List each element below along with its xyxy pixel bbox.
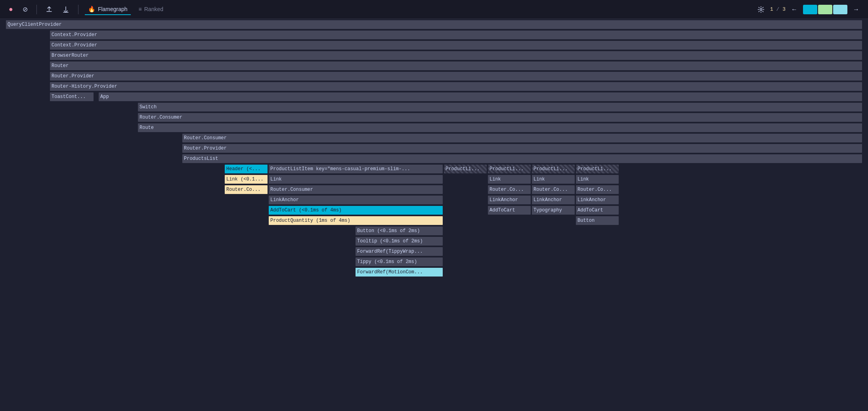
- fg-block-39[interactable]: ProductQuantity (1ms of 4ms): [268, 216, 443, 225]
- fg-block-44[interactable]: Tippy (<0.1ms of 2ms): [355, 257, 443, 267]
- nav-current: 1 / 3: [770, 6, 786, 12]
- fg-block-23[interactable]: Link: [488, 175, 531, 184]
- nav-next-button[interactable]: →: [851, 5, 862, 14]
- fg-block-10[interactable]: Router.Consumer: [138, 113, 862, 122]
- fg-block-30[interactable]: Router.Co...: [575, 185, 619, 194]
- color-chips: [803, 5, 847, 14]
- fg-block-5[interactable]: Router.Provider: [50, 71, 862, 81]
- download-button[interactable]: [60, 4, 72, 15]
- fg-block-37[interactable]: Typography: [532, 206, 575, 215]
- fg-block-17[interactable]: ProductLi...: [444, 164, 487, 174]
- fg-block-3[interactable]: BrowserRouter: [50, 51, 862, 60]
- fg-block-8[interactable]: App: [98, 92, 862, 102]
- fg-block-35[interactable]: AddToCart (<0.1ms of 4ms): [268, 206, 443, 215]
- fg-block-31[interactable]: LinkAnchor: [268, 195, 443, 205]
- fg-block-1[interactable]: Context.Provider: [50, 30, 862, 40]
- fg-block-33[interactable]: LinkAnchor: [532, 195, 575, 205]
- fg-block-45[interactable]: ForwardRef(MotionCom...: [355, 267, 443, 277]
- svg-point-0: [760, 8, 762, 10]
- fg-block-14[interactable]: ProductsList: [182, 154, 862, 163]
- flamegraph-label: Flamegraph: [98, 6, 128, 12]
- fg-block-32[interactable]: LinkAnchor: [488, 195, 531, 205]
- fg-block-40[interactable]: Button: [575, 216, 619, 225]
- fg-block-12[interactable]: Router.Consumer: [182, 133, 862, 143]
- fg-block-38[interactable]: AddToCart: [575, 206, 619, 215]
- stop-button[interactable]: ⊘: [20, 4, 30, 15]
- chip-1: [803, 5, 817, 14]
- fg-block-34[interactable]: LinkAnchor: [575, 195, 619, 205]
- fg-block-9[interactable]: Switch: [138, 102, 862, 112]
- flamegraph-area: QueryClientProviderContext.ProviderConte…: [0, 19, 868, 411]
- fg-block-11[interactable]: Route: [138, 123, 862, 133]
- fg-block-28[interactable]: Router.Co...: [488, 185, 531, 194]
- fg-block-7[interactable]: ToastCont...: [50, 92, 94, 102]
- fg-block-27[interactable]: Router.Consumer: [268, 185, 443, 194]
- fg-block-18[interactable]: ProductLi...: [488, 164, 531, 174]
- fg-block-26[interactable]: Router.Co...: [224, 185, 268, 194]
- fg-block-42[interactable]: Tooltip (<0.1ms of 2ms): [355, 236, 443, 246]
- settings-button[interactable]: [755, 4, 767, 15]
- fg-block-19[interactable]: ProductLi...: [532, 164, 575, 174]
- toolbar: ● ⊘ 🔥 Flamegraph ≡ Ranked 1 / 3: [0, 0, 868, 19]
- fg-block-21[interactable]: Link (<0.1...: [224, 175, 268, 184]
- chip-2: [818, 5, 832, 14]
- record-button[interactable]: ●: [6, 4, 15, 15]
- flamegraph-tab[interactable]: 🔥 Flamegraph: [85, 4, 131, 15]
- separator: [36, 5, 37, 14]
- fg-block-6[interactable]: Router-History.Provider: [50, 82, 862, 91]
- nav-prev-button[interactable]: ←: [789, 5, 800, 14]
- fg-block-24[interactable]: Link: [532, 175, 575, 184]
- chip-3: [833, 5, 847, 14]
- fg-block-22[interactable]: Link: [268, 175, 443, 184]
- fg-block-4[interactable]: Router: [50, 61, 862, 71]
- fg-block-0[interactable]: QueryClientProvider: [6, 20, 862, 29]
- separator-2: [78, 5, 78, 14]
- ranked-icon: ≡: [139, 6, 142, 12]
- fg-block-43[interactable]: ForwardRef(TippyWrap...: [355, 247, 443, 256]
- fg-block-16[interactable]: ProductListItem key="mens-casual-premium…: [268, 164, 443, 174]
- fg-block-13[interactable]: Router.Provider: [182, 144, 862, 153]
- fg-block-15[interactable]: Header (<...: [224, 164, 268, 174]
- fg-block-20[interactable]: ProductLi...: [575, 164, 619, 174]
- fg-block-25[interactable]: Link: [575, 175, 619, 184]
- flame-icon: 🔥: [88, 6, 96, 13]
- upload-button[interactable]: [43, 4, 55, 15]
- ranked-tab[interactable]: ≡ Ranked: [136, 4, 166, 15]
- toolbar-right: 1 / 3 ← →: [755, 4, 862, 15]
- fg-block-41[interactable]: Button (<0.1ms of 2ms): [355, 226, 443, 236]
- fg-block-29[interactable]: Router.Co...: [532, 185, 575, 194]
- fg-block-2[interactable]: Context.Provider: [50, 40, 862, 50]
- ranked-label: Ranked: [144, 6, 163, 12]
- fg-block-36[interactable]: AddToCart: [488, 206, 531, 215]
